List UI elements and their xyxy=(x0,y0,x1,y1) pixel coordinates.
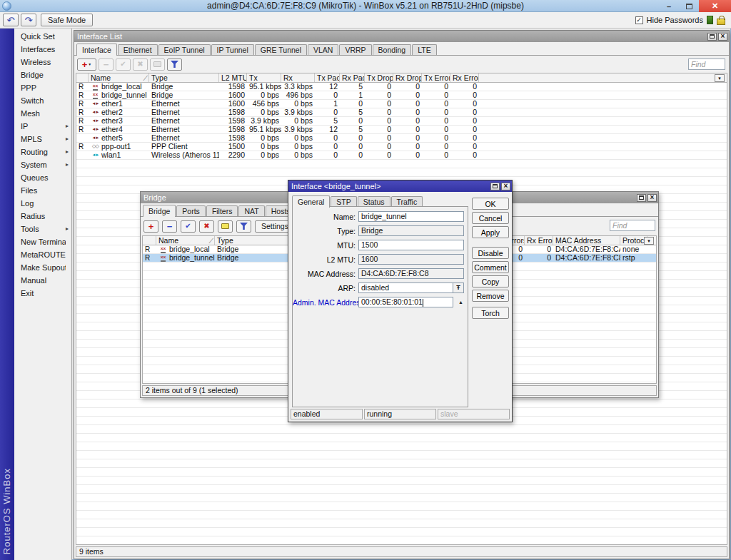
add-button[interactable]: +▼ xyxy=(77,58,96,71)
sidebar-item[interactable]: Bridge ▸ xyxy=(14,68,71,81)
restore-button[interactable] xyxy=(707,33,717,41)
find-input[interactable] xyxy=(610,220,655,231)
dialog-button[interactable]: Disable xyxy=(472,247,509,259)
sidebar-item[interactable]: Make Supout.rif ▸ xyxy=(14,261,71,274)
column-header[interactable]: Tx Drops xyxy=(365,73,393,82)
field-input[interactable]: bridge_tunnelŦ xyxy=(358,211,464,222)
sidebar-item[interactable]: Exit ▸ xyxy=(14,287,71,300)
column-header[interactable]: Type xyxy=(149,73,219,82)
column-menu-button[interactable]: ▼ xyxy=(644,237,654,245)
table-row[interactable]: R ppp-out1 PPP Client 1500 0 bps 0 bps 0… xyxy=(76,143,727,151)
filter-button[interactable] xyxy=(167,58,182,71)
tab[interactable]: NAT xyxy=(238,205,264,216)
table-row[interactable]: R bridge_local Bridge 1598 95.1 kbps 3.3… xyxy=(76,83,727,91)
hide-passwords-checkbox[interactable]: ✓ xyxy=(635,16,643,24)
close-button[interactable]: × xyxy=(647,194,657,202)
close-button[interactable]: ✕ xyxy=(699,0,731,12)
column-menu-button[interactable]: ▼ xyxy=(715,74,725,82)
field-input[interactable]: disabledŦ xyxy=(358,282,464,293)
table-row[interactable]: ether5 Ethernet 1598 0 bps 0 bps 0 0 0 0… xyxy=(76,134,727,143)
filter-button[interactable] xyxy=(236,220,251,233)
comment-button[interactable] xyxy=(150,58,165,71)
column-header[interactable]: Name∕ xyxy=(156,236,215,245)
column-header[interactable]: L2 MTU xyxy=(219,73,247,82)
column-header[interactable]: Rx Errors xyxy=(525,236,553,245)
column-header[interactable]: Rx Drops xyxy=(393,73,422,82)
sidebar-item[interactable]: Radius ▸ xyxy=(14,210,71,223)
tab[interactable]: Bonding xyxy=(373,44,412,55)
find-input[interactable] xyxy=(688,58,725,70)
dropdown-button[interactable]: Ŧ xyxy=(453,283,463,292)
collapse-arrow-icon[interactable]: ▲ xyxy=(458,300,463,305)
field-input[interactable]: 1500Ŧ xyxy=(358,240,464,250)
sidebar-item[interactable]: Manual ▸ xyxy=(14,274,71,287)
sidebar-item[interactable]: New Terminal ▸ xyxy=(14,235,71,248)
column-header[interactable]: Rx Pac... xyxy=(340,73,365,82)
restore-button[interactable] xyxy=(637,194,646,202)
restore-button[interactable] xyxy=(490,183,500,190)
table-row[interactable]: R ether1 Ethernet 1600 456 bps 0 bps 1 0… xyxy=(76,100,727,108)
disable-button[interactable]: ✖ xyxy=(133,58,148,71)
comment-button[interactable] xyxy=(218,220,233,233)
dialog-button[interactable]: Apply xyxy=(472,226,509,238)
tab[interactable]: Bridge xyxy=(143,205,176,217)
dialog-button[interactable]: Comment xyxy=(472,261,509,273)
column-header[interactable]: Rx Errors xyxy=(450,73,479,82)
sidebar-item[interactable]: Interfaces ▸ xyxy=(14,43,71,56)
tab[interactable]: LTE xyxy=(412,44,436,55)
close-button[interactable]: × xyxy=(501,183,510,190)
remove-button[interactable]: − xyxy=(162,220,177,233)
dialog-button[interactable]: Cancel xyxy=(472,212,509,224)
tab[interactable]: IP Tunnel xyxy=(211,44,254,55)
field-input[interactable]: BridgeŦ xyxy=(358,225,464,236)
tab[interactable]: Interface xyxy=(76,44,117,56)
column-header[interactable]: Tx xyxy=(247,73,281,82)
sidebar-item[interactable]: Mesh ▸ xyxy=(14,107,71,120)
sidebar-item[interactable]: Quick Set ▸ xyxy=(14,30,71,43)
column-header[interactable]: Tx Errors xyxy=(422,73,450,82)
column-header[interactable]: MAC Address xyxy=(553,236,620,245)
tab[interactable]: VRRP xyxy=(339,44,371,55)
column-header[interactable]: Name∕ xyxy=(89,73,149,82)
tab[interactable]: Filters xyxy=(206,205,238,216)
table-row[interactable]: R bridge_tunnel Bridge 1600 0 bps 496 bp… xyxy=(76,91,727,100)
sidebar-item[interactable]: PPP ▸ xyxy=(14,81,71,94)
table-row[interactable]: R ether4 Ethernet 1598 95.1 kbps 3.9 kbp… xyxy=(76,126,727,134)
column-header[interactable]: Rx xyxy=(281,73,315,82)
sidebar-item[interactable]: Switch ▸ xyxy=(14,94,71,107)
add-button[interactable]: + xyxy=(143,220,158,233)
sidebar-item[interactable]: Queues ▸ xyxy=(14,171,71,184)
sidebar-item[interactable]: System ▸ xyxy=(14,158,71,171)
minimize-button[interactable]: – xyxy=(659,0,679,12)
sidebar-item[interactable]: Wireless ▸ xyxy=(14,56,71,68)
redo-button[interactable]: ↷ xyxy=(21,14,36,26)
remove-button[interactable]: − xyxy=(99,58,114,71)
tab[interactable]: Ethernet xyxy=(118,44,158,55)
safe-mode-button[interactable]: Safe Mode xyxy=(41,14,93,26)
column-header[interactable]: Tx Pac... xyxy=(315,73,340,82)
tab[interactable]: Traffic xyxy=(391,196,423,207)
sidebar-item[interactable]: MetaROUTER ▸ xyxy=(14,248,71,261)
sidebar-item[interactable]: Log ▸ xyxy=(14,197,71,210)
column-header[interactable]: Type xyxy=(215,236,288,245)
dialog-button[interactable]: Copy xyxy=(472,275,509,287)
tab[interactable]: GRE Tunnel xyxy=(255,44,307,55)
field-input[interactable]: D4:CA:6D:7E:F8:C8Ŧ xyxy=(358,268,464,279)
sidebar-item[interactable]: IP ▸ xyxy=(14,120,71,133)
sidebar-item[interactable]: MPLS ▸ xyxy=(14,133,71,146)
dialog-button[interactable]: Torch xyxy=(472,307,509,319)
sidebar-item[interactable]: Tools ▸ xyxy=(14,223,71,235)
dialog-button[interactable]: OK xyxy=(472,198,509,210)
restore-button[interactable] xyxy=(679,0,699,12)
tab[interactable]: Ports xyxy=(176,205,206,216)
undo-button[interactable]: ↶ xyxy=(3,14,19,26)
close-button[interactable]: × xyxy=(718,33,727,41)
tab[interactable]: Status xyxy=(358,196,390,207)
tab[interactable]: STP xyxy=(331,196,356,207)
sidebar-item[interactable]: Routing ▸ xyxy=(14,146,71,158)
tab[interactable]: General xyxy=(292,195,330,208)
table-row[interactable]: R ether3 Ethernet 1598 3.9 kbps 0 bps 5 … xyxy=(76,117,727,126)
table-row[interactable]: R ether2 Ethernet 1598 0 bps 3.9 kbps 0 … xyxy=(76,108,727,117)
tab[interactable]: VLAN xyxy=(308,44,338,55)
sidebar-item[interactable]: Files ▸ xyxy=(14,184,71,197)
